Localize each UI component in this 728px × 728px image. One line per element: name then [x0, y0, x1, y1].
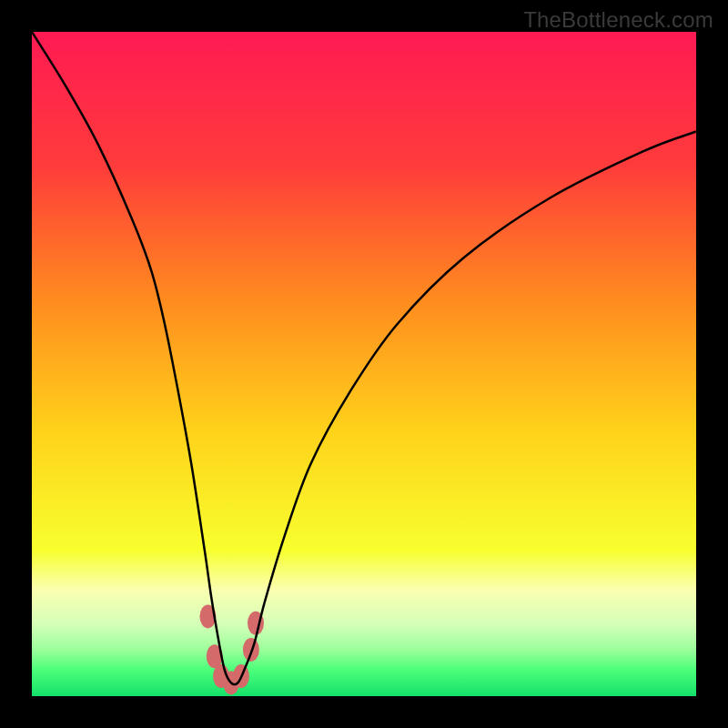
data-markers [199, 604, 264, 694]
curve-layer [32, 32, 696, 696]
plot-area [32, 32, 696, 696]
chart-frame: TheBottleneck.com [0, 0, 728, 728]
watermark-text: TheBottleneck.com [523, 7, 713, 33]
bottleneck-curve [32, 32, 696, 684]
